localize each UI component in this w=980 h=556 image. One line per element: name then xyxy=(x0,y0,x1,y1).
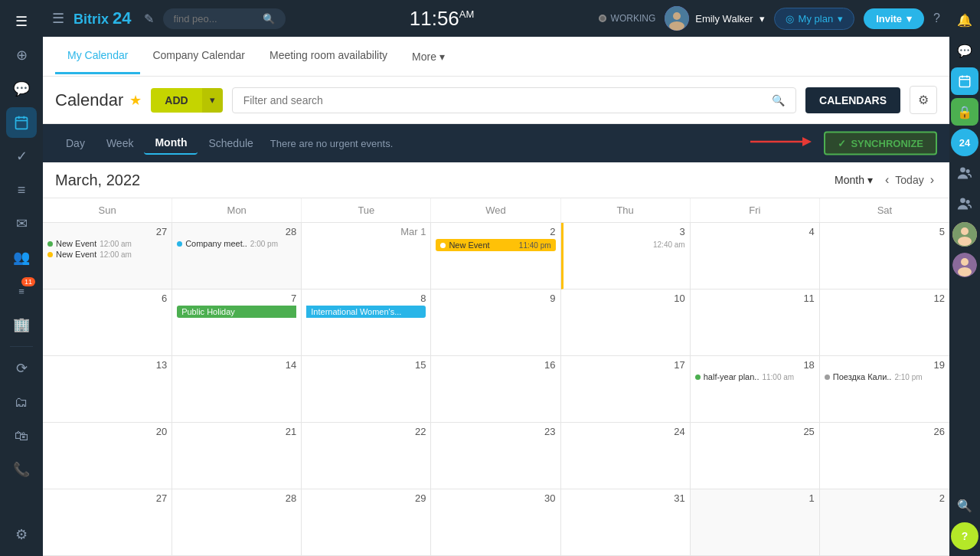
tab-more[interactable]: More ▾ xyxy=(400,40,457,74)
svg-point-14 xyxy=(966,169,970,173)
event-name: Company meet.. xyxy=(185,239,247,248)
tab-company-calendar[interactable]: Company Calendar xyxy=(140,38,257,74)
right-users1-icon[interactable] xyxy=(951,159,978,187)
table-row[interactable]: 25 xyxy=(691,423,820,489)
right-calendar-icon[interactable] xyxy=(951,67,978,95)
table-row[interactable]: 1 xyxy=(691,489,820,556)
table-row[interactable]: 11 xyxy=(691,289,820,356)
sidebar-contacts-icon[interactable]: 👥 xyxy=(6,242,37,273)
today-button[interactable]: Today xyxy=(895,174,923,186)
right-user-avatar-2[interactable] xyxy=(951,251,978,279)
right-notifications-icon[interactable]: 🔔 xyxy=(951,6,978,34)
table-row[interactable]: 4 xyxy=(691,223,820,289)
working-status[interactable]: WORKING xyxy=(599,13,656,24)
table-row[interactable]: 26 xyxy=(820,423,949,489)
add-dropdown-button[interactable]: ▾ xyxy=(202,88,223,113)
table-row[interactable]: 27 xyxy=(43,489,172,556)
view-schedule-button[interactable]: Schedule xyxy=(198,132,263,154)
my-plan-button[interactable]: ◎ My plan ▾ xyxy=(774,8,855,30)
table-row[interactable]: 30 xyxy=(431,489,560,556)
table-row[interactable]: 18 half-year plan.. 11:00 am xyxy=(691,356,820,423)
tab-my-calendar[interactable]: My Calendar xyxy=(55,38,140,74)
table-row[interactable]: 2 New Event 11:40 pm xyxy=(431,223,560,289)
sidebar-sync-icon[interactable]: ⟳ xyxy=(6,353,37,384)
svg-point-5 xyxy=(673,12,681,20)
table-row[interactable]: 8 International Women's... xyxy=(302,289,431,356)
table-row[interactable]: 15 xyxy=(302,356,431,423)
table-row[interactable]: 19 Поездка Кали.. 2:10 pm xyxy=(820,356,949,423)
sidebar-mail-icon[interactable]: ✉ xyxy=(6,208,37,239)
calendar-area: My Calendar Company Calendar Meeting roo… xyxy=(43,37,949,556)
settings-button[interactable]: ⚙ xyxy=(910,86,937,114)
table-row[interactable]: 28 Company meet.. 2:00 pm xyxy=(172,223,302,289)
table-row[interactable]: 6 xyxy=(43,289,172,356)
sidebar-feed-icon[interactable]: ≡ xyxy=(6,175,37,205)
next-month-button[interactable]: › xyxy=(927,170,937,190)
sidebar-chat-icon[interactable]: 💬 xyxy=(6,74,37,104)
right-help-icon[interactable]: ? xyxy=(951,522,978,550)
sidebar-calendar-icon[interactable] xyxy=(6,107,37,138)
view-day-button[interactable]: Day xyxy=(55,132,96,154)
sidebar-menu2-icon[interactable]: ≡ 11 xyxy=(6,276,37,306)
month-view-selector[interactable]: Month ▾ xyxy=(835,174,873,186)
synchronize-button[interactable]: ✓ SYNCHRONIZE xyxy=(824,132,937,155)
right-user-avatar-1[interactable] xyxy=(951,221,978,248)
table-row[interactable]: 31 xyxy=(561,489,691,556)
sidebar-files-icon[interactable]: 🗂 xyxy=(6,387,37,417)
table-row[interactable]: 7 Public Holiday xyxy=(172,289,302,356)
table-row[interactable]: 22 xyxy=(302,423,431,489)
table-row[interactable]: 27 New Event 12:00 am New Event 12:00 am xyxy=(43,223,172,289)
view-month-button[interactable]: Month xyxy=(144,132,198,155)
help-icon[interactable]: ? xyxy=(933,11,940,25)
table-row[interactable]: 28 xyxy=(172,489,302,556)
table-row[interactable]: 16 xyxy=(431,356,560,423)
search-icon: 🔍 xyxy=(263,13,275,25)
event-name: half-year plan.. xyxy=(704,372,760,381)
search-input[interactable] xyxy=(174,13,258,25)
pencil-icon[interactable]: ✎ xyxy=(144,11,154,26)
sidebar-phone-icon[interactable]: 📞 xyxy=(6,454,37,485)
filter-input[interactable] xyxy=(243,94,766,106)
table-row[interactable]: 21 xyxy=(172,423,302,489)
table-row[interactable]: 20 xyxy=(43,423,172,489)
right-lock-icon[interactable]: 🔒 xyxy=(951,98,978,126)
right-users2-icon[interactable] xyxy=(951,190,978,217)
table-row[interactable]: 13 xyxy=(43,356,172,423)
table-row[interactable]: 17 xyxy=(561,356,691,423)
date-number: 22 xyxy=(306,426,426,437)
day-headers: Sun Mon Tue Wed Thu Fri Sat xyxy=(43,198,949,223)
table-row[interactable]: 5 xyxy=(820,223,949,289)
date-number: 19 xyxy=(825,359,945,371)
table-row[interactable]: 23 xyxy=(431,423,560,489)
more-chevron-icon: ▾ xyxy=(439,51,445,63)
tab-meeting-room[interactable]: Meeting room availability xyxy=(257,38,400,74)
table-row[interactable]: 14 xyxy=(172,356,302,423)
table-row[interactable]: 29 xyxy=(302,489,431,556)
right-b24-icon[interactable]: 24 xyxy=(951,129,978,156)
sidebar-menu-icon[interactable]: ☰ xyxy=(6,6,37,37)
table-row[interactable]: 2 xyxy=(820,489,949,556)
view-week-button[interactable]: Week xyxy=(96,132,145,154)
calendars-button[interactable]: CALENDARS xyxy=(805,87,900,113)
sidebar-add-icon[interactable]: ⊕ xyxy=(6,40,37,70)
table-row[interactable]: 3 12:40 am xyxy=(561,223,691,289)
sidebar-tasks-icon[interactable]: ✓ xyxy=(6,141,37,172)
prev-month-button[interactable]: ‹ xyxy=(882,170,892,190)
table-row[interactable]: 9 xyxy=(431,289,560,356)
sidebar-shop-icon[interactable]: 🛍 xyxy=(6,420,37,451)
date-number: 23 xyxy=(436,426,555,437)
star-icon[interactable]: ★ xyxy=(129,92,142,109)
table-row[interactable]: 12 xyxy=(820,289,949,356)
sidebar-settings-icon[interactable]: ⚙ xyxy=(6,519,37,550)
right-search-icon[interactable]: 🔍 xyxy=(951,492,978,519)
date-number: 27 xyxy=(47,226,167,237)
table-row[interactable]: Mar 1 xyxy=(302,223,431,289)
table-row[interactable]: 10 xyxy=(561,289,691,356)
right-chat-icon[interactable]: 💬 xyxy=(951,37,978,64)
add-button[interactable]: ADD xyxy=(151,88,201,113)
invite-button[interactable]: Invite ▾ xyxy=(864,8,924,29)
user-profile[interactable]: Emily Walker ▾ xyxy=(665,6,764,31)
table-row[interactable]: 24 xyxy=(561,423,691,489)
hamburger-icon[interactable]: ☰ xyxy=(52,10,64,27)
sidebar-company-icon[interactable]: 🏢 xyxy=(6,309,37,340)
